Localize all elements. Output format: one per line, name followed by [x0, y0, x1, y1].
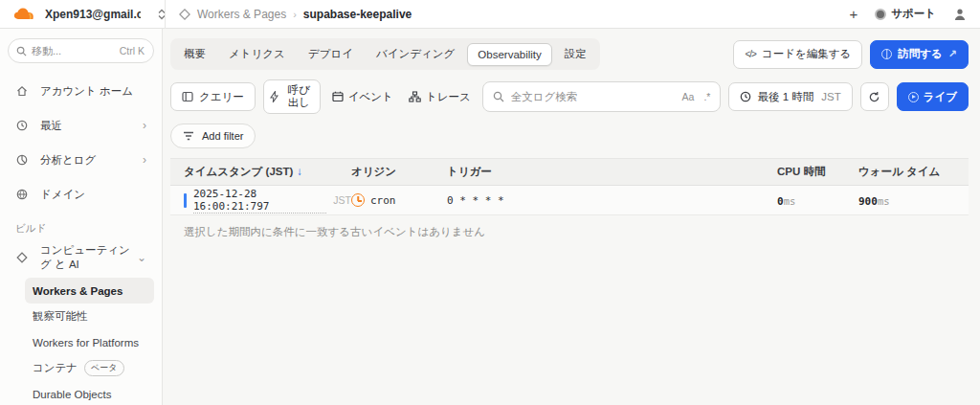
breadcrumb-workers-pages[interactable]: Workers & Pages — [197, 8, 286, 21]
sidebar-search-input[interactable] — [32, 45, 108, 56]
events-label: イベント — [348, 90, 393, 104]
add-button[interactable]: + — [849, 7, 858, 21]
sidebar-group-label: コンピューティング と AI — [40, 243, 137, 272]
beta-badge: ベータ — [84, 360, 123, 376]
filter-icon — [183, 131, 194, 141]
tab-bindings[interactable]: バインディング — [366, 41, 465, 67]
sub-item-label: 観察可能性 — [33, 309, 88, 324]
chevron-right-icon: › — [143, 119, 146, 132]
breadcrumb: Workers & Pages › supabase-keepalive — [179, 8, 412, 21]
page-tabs: 概要 メトリクス デプロイ バインディング Observability 設定 — [170, 38, 600, 70]
query-button[interactable]: クエリー — [170, 82, 256, 111]
clock-icon — [740, 91, 751, 102]
traces-button[interactable]: トレース — [405, 90, 475, 104]
events-icon — [332, 91, 344, 102]
sidebar-item-domains[interactable]: ドメイン — [8, 180, 154, 209]
edit-code-label: コードを編集する — [762, 47, 851, 61]
main-content: 概要 メトリクス デプロイ バインディング Observability 設定 <… — [163, 29, 980, 405]
tab-settings[interactable]: 設定 — [554, 41, 597, 67]
visit-button[interactable]: 訪問する ↗ — [870, 40, 969, 69]
cron-clock-icon — [351, 193, 365, 207]
empty-state-message: 選択した期間内に条件に一致する古いイベントはありません — [170, 215, 969, 249]
header-wall-time: ウォール タイム — [858, 165, 955, 179]
log-search[interactable]: Aa .* — [482, 81, 722, 112]
sub-item-label: コンテナ — [33, 361, 78, 375]
live-button[interactable]: ライブ — [897, 82, 969, 111]
external-link-icon: ↗ — [948, 48, 957, 60]
breadcrumb-current: supabase-keepalive — [303, 8, 412, 21]
tab-overview[interactable]: 概要 — [173, 41, 216, 67]
time-range-label: 最後 1 時間 — [757, 90, 813, 104]
sidebar-item-label: 分析とログ — [40, 153, 96, 168]
events-button[interactable]: イベント — [328, 90, 397, 104]
support-icon — [875, 9, 886, 20]
support-label: サポート — [891, 7, 936, 21]
sidebar-item-label: 最近 — [40, 119, 62, 133]
topbar-divider — [165, 0, 166, 29]
tab-deployments[interactable]: デプロイ — [298, 41, 364, 67]
sub-item-label: Durable Objects — [33, 389, 111, 400]
sidebar-item-containers[interactable]: コンテナ ベータ — [25, 355, 154, 381]
chevron-right-icon: › — [143, 153, 146, 167]
sidebar-item-durable-objects[interactable]: Durable Objects — [25, 381, 154, 405]
row-timezone: JST — [333, 194, 351, 206]
user-menu-button[interactable] — [953, 8, 967, 21]
sidebar: Ctrl K アカウント ホーム 最近 › 分析とログ › ド — [0, 29, 163, 405]
header-timestamp[interactable]: タイムスタンプ (JST)↓ — [184, 165, 351, 179]
regex-toggle[interactable]: .* — [703, 91, 710, 102]
table-header-row: タイムスタンプ (JST)↓ オリジン トリガー CPU 時間 ウォール タイム — [170, 159, 969, 186]
sidebar-item-observability[interactable]: 観察可能性 — [25, 304, 154, 329]
wall-time-value: 900 — [858, 195, 878, 208]
chevron-down-icon: ⌄ — [137, 251, 146, 264]
cloudflare-logo-icon[interactable] — [13, 7, 38, 22]
sidebar-item-workers-for-platforms[interactable]: Workers for Platforms — [25, 329, 154, 355]
tab-metrics[interactable]: メトリクス — [218, 41, 296, 67]
search-icon — [16, 46, 27, 56]
sidebar-group-compute-ai[interactable]: コンピューティング と AI ⌄ — [8, 243, 154, 272]
row-origin: cron — [370, 194, 396, 207]
refresh-button[interactable] — [860, 82, 889, 111]
topbar: Xpen913@gmail.co... Workers & Pages › su… — [0, 0, 980, 29]
cpu-time-value: 0 — [777, 195, 784, 208]
tab-observability[interactable]: Observability — [467, 43, 551, 66]
search-icon — [493, 91, 504, 102]
compute-diamond-icon — [15, 252, 29, 263]
support-button[interactable]: サポート — [875, 7, 936, 21]
time-range-button[interactable]: 最後 1 時間 JST — [728, 82, 852, 111]
add-filter-label: Add filter — [202, 130, 243, 142]
sidebar-section-build: ビルド — [8, 214, 154, 243]
traces-label: トレース — [426, 90, 471, 104]
header-trigger: トリガー — [447, 165, 777, 179]
globe-icon — [15, 189, 29, 200]
sidebar-sublist: Workers & Pages 観察可能性 Workers for Platfo… — [8, 278, 154, 405]
account-switcher[interactable]: Xpen913@gmail.co... — [45, 8, 166, 21]
sidebar-item-recent[interactable]: 最近 › — [8, 111, 154, 140]
sidebar-search[interactable]: Ctrl K — [8, 38, 154, 63]
invocations-button[interactable]: 呼び出し — [263, 79, 321, 114]
table-row[interactable]: 2025-12-28 16:00:21:797 JST cron 0 * * *… — [170, 186, 969, 215]
sidebar-item-analytics-logs[interactable]: 分析とログ › — [8, 146, 154, 174]
sub-item-label: Workers & Pages — [33, 285, 122, 297]
analytics-icon — [15, 154, 29, 166]
cpu-time-cell: 0ms — [777, 192, 858, 208]
time-range-timezone: JST — [821, 91, 840, 102]
query-label: クエリー — [199, 90, 244, 104]
sidebar-item-account-home[interactable]: アカウント ホーム — [8, 77, 154, 105]
live-label: ライブ — [924, 90, 957, 104]
live-icon — [908, 92, 919, 102]
traces-icon — [409, 91, 421, 102]
add-filter-button[interactable]: Add filter — [170, 124, 256, 148]
home-icon — [15, 85, 29, 97]
events-table: タイムスタンプ (JST)↓ オリジン トリガー CPU 時間 ウォール タイム… — [170, 158, 969, 249]
log-search-input[interactable] — [511, 91, 682, 102]
cpu-time-unit: ms — [784, 195, 796, 207]
header-origin: オリジン — [351, 165, 447, 179]
sidebar-item-workers-pages[interactable]: Workers & Pages — [25, 278, 154, 304]
query-icon — [182, 91, 193, 102]
row-indicator — [184, 193, 187, 208]
account-label: Xpen913@gmail.co... — [45, 8, 141, 21]
edit-code-button[interactable]: </> コードを編集する — [733, 40, 862, 69]
case-sensitive-toggle[interactable]: Aa — [682, 91, 695, 102]
row-timestamp: 2025-12-28 16:00:21:797 — [193, 188, 326, 214]
sub-item-label: Workers for Platforms — [33, 337, 139, 349]
